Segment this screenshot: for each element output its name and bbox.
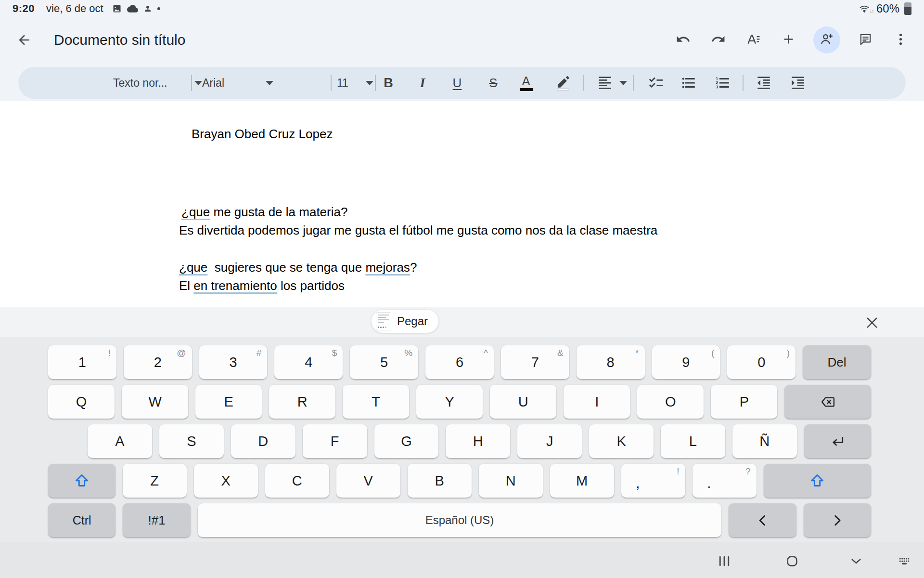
key-label: G — [401, 434, 412, 449]
paste-button[interactable]: Pegar — [372, 310, 438, 333]
chevron-right-icon — [829, 512, 845, 528]
key-spacebar[interactable]: Español (US) — [198, 503, 721, 537]
doc-text: El — [179, 278, 193, 293]
key-0[interactable]: 0) — [727, 345, 796, 379]
key-cursor-right[interactable] — [804, 503, 871, 537]
bulleted-list-button[interactable] — [671, 67, 706, 99]
format-button[interactable] — [743, 30, 763, 50]
document-canvas[interactable]: Brayan Obed Cruz Lopez¿que me gusta de l… — [0, 101, 924, 307]
key-3[interactable]: 3# — [199, 345, 268, 379]
key-1[interactable]: 1! — [48, 345, 116, 379]
network-activity-icon: ↓↑ — [869, 7, 873, 14]
redo-button[interactable] — [708, 30, 728, 50]
key-label: Ñ — [759, 434, 770, 449]
overflow-menu-button[interactable] — [890, 30, 911, 50]
key-c[interactable]: C — [265, 464, 329, 498]
key-hint: & — [557, 348, 564, 358]
key-backspace[interactable] — [784, 385, 871, 419]
key-m[interactable]: M — [550, 464, 614, 498]
key-a[interactable]: A — [88, 424, 152, 458]
indent-button[interactable] — [780, 67, 816, 99]
key-u[interactable]: U — [490, 385, 556, 419]
key-b[interactable]: B — [408, 464, 472, 498]
key-p[interactable]: P — [711, 385, 777, 419]
key-7[interactable]: 7& — [501, 345, 569, 379]
key-ctrl[interactable]: Ctrl — [48, 503, 116, 537]
key-r[interactable]: R — [269, 385, 335, 419]
key-e[interactable]: E — [195, 385, 262, 419]
close-clipboard-button[interactable] — [864, 315, 880, 330]
key-q[interactable]: Q — [48, 385, 115, 419]
align-left-icon — [597, 75, 613, 91]
key-x[interactable]: X — [194, 464, 258, 498]
key-t[interactable]: T — [343, 385, 409, 419]
key-f[interactable]: F — [303, 424, 367, 458]
key-cursor-left[interactable] — [729, 503, 796, 537]
back-gesture-button[interactable] — [847, 552, 865, 570]
key-label: 0 — [757, 355, 765, 370]
outdent-button[interactable] — [746, 67, 782, 99]
toolbar-divider — [633, 75, 634, 91]
doc-paragraph-answer-1: Es divertida podemos jugar me gusta el f… — [179, 223, 657, 238]
key-label: 8 — [607, 355, 615, 370]
insert-button[interactable] — [778, 30, 798, 50]
undo-button[interactable] — [673, 30, 693, 50]
key-9[interactable]: 9( — [652, 345, 720, 379]
key-label: !#1 — [148, 513, 166, 528]
text-color-icon: A — [522, 75, 530, 87]
underline-button[interactable]: U — [439, 67, 475, 99]
key-s[interactable]: S — [159, 424, 224, 458]
italic-button[interactable]: I — [405, 67, 440, 99]
text-color-button[interactable]: A — [508, 67, 544, 99]
key-2[interactable]: 2@ — [124, 345, 192, 379]
close-icon — [864, 315, 880, 330]
font-size-select[interactable]: 11 — [337, 67, 373, 99]
key-del[interactable]: Del — [803, 345, 871, 379]
home-button[interactable] — [783, 552, 801, 570]
key-symbols[interactable]: !#1 — [123, 503, 190, 537]
key-shift-left[interactable] — [48, 464, 116, 498]
shift-icon — [808, 472, 826, 489]
key-i[interactable]: I — [564, 385, 630, 419]
share-button[interactable] — [813, 26, 840, 53]
key-n[interactable]: N — [479, 464, 543, 498]
key-4[interactable]: 4$ — [274, 345, 343, 379]
keyboard-toggle-button[interactable] — [896, 552, 913, 570]
key-period[interactable]: .? — [693, 464, 757, 498]
key-d[interactable]: D — [231, 424, 295, 458]
document-title[interactable]: Documento sin título — [54, 32, 185, 48]
key-enter[interactable] — [804, 424, 871, 458]
font-family-select[interactable]: Arial — [202, 67, 273, 99]
comments-button[interactable] — [855, 30, 875, 50]
key-shift-right[interactable] — [764, 464, 871, 498]
key-o[interactable]: O — [637, 385, 704, 419]
key-5[interactable]: 5% — [350, 345, 418, 379]
key-k[interactable]: K — [589, 424, 654, 458]
key-6[interactable]: 6^ — [425, 345, 494, 379]
key-v[interactable]: V — [336, 464, 400, 498]
recent-apps-button[interactable] — [716, 552, 733, 570]
doc-text-misspelled: mejoras — [365, 260, 410, 275]
key-w[interactable]: W — [122, 385, 188, 419]
key-g[interactable]: G — [374, 424, 439, 458]
formatting-toolbar: Texto nor... Arial 11 B I U S A — [0, 63, 924, 101]
back-button[interactable] — [13, 29, 35, 51]
key-8[interactable]: 8* — [577, 345, 645, 379]
key-z[interactable]: Z — [123, 464, 187, 498]
numbered-list-button[interactable] — [705, 67, 741, 99]
key-h[interactable]: H — [446, 424, 510, 458]
checklist-button[interactable] — [638, 67, 674, 99]
key-j[interactable]: J — [517, 424, 582, 458]
strikethrough-button[interactable]: S — [475, 67, 511, 99]
font-family-value: Arial — [202, 77, 224, 90]
paragraph-style-select[interactable]: Texto nor... — [113, 67, 202, 99]
key-ntilde[interactable]: Ñ — [732, 424, 797, 458]
highlight-button[interactable] — [545, 67, 581, 99]
bold-button[interactable]: B — [371, 67, 406, 99]
key-comma[interactable]: ,! — [621, 464, 685, 498]
key-y[interactable]: Y — [416, 385, 483, 419]
notification-dot-icon — [157, 7, 160, 10]
chevron-down-icon — [849, 554, 863, 568]
key-l[interactable]: L — [661, 424, 725, 458]
key-hint: * — [635, 348, 639, 358]
